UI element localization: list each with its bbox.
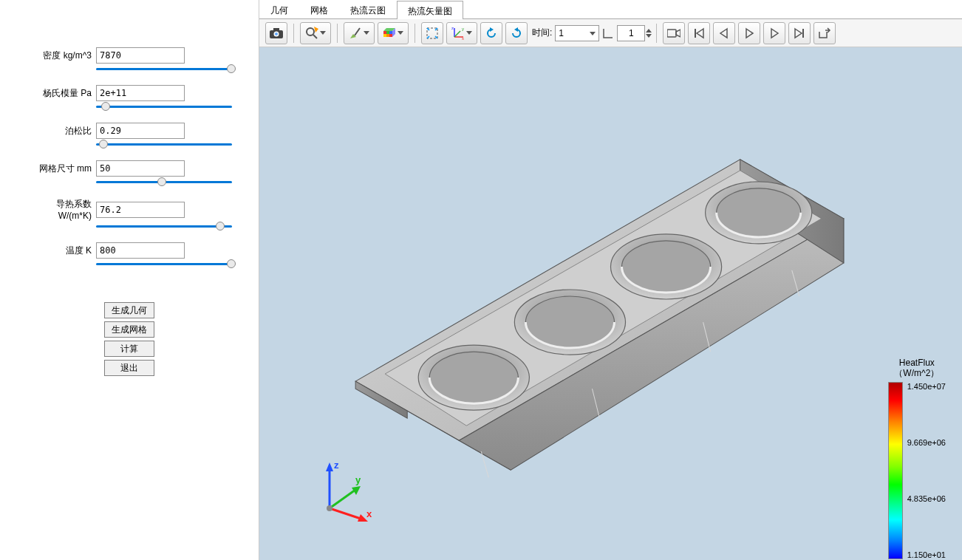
step-forward-icon bbox=[768, 27, 780, 39]
svg-line-56 bbox=[330, 508, 363, 519]
svg-line-19 bbox=[454, 31, 460, 37]
export-button[interactable] bbox=[813, 22, 836, 44]
temperature-input[interactable] bbox=[96, 242, 185, 259]
poisson-input[interactable] bbox=[96, 123, 185, 139]
tab-mesh[interactable]: 网格 bbox=[299, 0, 339, 18]
index-input[interactable] bbox=[617, 25, 645, 41]
rotate-ccw-icon bbox=[510, 27, 523, 40]
fit-button[interactable] bbox=[421, 22, 443, 44]
svg-rect-9 bbox=[386, 31, 389, 34]
density-input[interactable] bbox=[96, 47, 185, 64]
play-icon bbox=[743, 27, 755, 39]
mesh-slider[interactable] bbox=[96, 181, 232, 183]
svg-marker-29 bbox=[720, 29, 727, 38]
param-poisson: 泊松比 bbox=[22, 123, 236, 139]
axis-triad: z x y bbox=[315, 457, 381, 523]
svg-text:y: y bbox=[355, 474, 361, 485]
legend-tick: 1.150e+01 bbox=[907, 550, 946, 559]
rotate-ccw-button[interactable] bbox=[505, 22, 528, 44]
separator bbox=[656, 24, 657, 43]
camera-icon bbox=[270, 28, 283, 38]
separator bbox=[337, 24, 338, 43]
separator bbox=[415, 24, 415, 43]
toolbar: zyx 时间: bbox=[259, 19, 962, 47]
svg-marker-24 bbox=[514, 27, 518, 32]
svg-rect-1 bbox=[273, 28, 279, 31]
magnifier-icon bbox=[305, 27, 318, 40]
step-back-button[interactable] bbox=[713, 22, 735, 44]
video-camera-icon bbox=[667, 28, 680, 38]
stepper-down[interactable] bbox=[646, 34, 652, 38]
legend-colorbar bbox=[888, 382, 903, 559]
legend-tick: 4.835e+06 bbox=[907, 494, 946, 503]
svg-line-5 bbox=[313, 35, 317, 38]
svg-marker-26 bbox=[676, 30, 680, 37]
viewport[interactable]: z x y HeatFlux（W/m^2） 1.450e+07 9. bbox=[259, 47, 962, 560]
param-temperature: 温度 K bbox=[22, 242, 236, 259]
svg-line-59 bbox=[330, 490, 355, 508]
conductivity-slider[interactable] bbox=[96, 225, 232, 228]
svg-point-3 bbox=[275, 33, 278, 35]
chevron-down-icon bbox=[466, 31, 472, 35]
compute-button[interactable]: 计算 bbox=[104, 341, 154, 357]
temperature-label: 温度 K bbox=[22, 245, 96, 257]
youngs-input[interactable] bbox=[96, 85, 185, 101]
svg-marker-23 bbox=[490, 27, 494, 32]
color-legend: HeatFlux（W/m^2） 1.450e+07 9.669e+06 4.83… bbox=[888, 358, 946, 559]
export-icon bbox=[818, 27, 831, 39]
svg-text:y: y bbox=[462, 27, 464, 31]
svg-rect-12 bbox=[386, 34, 389, 37]
rotate-cw-button[interactable] bbox=[480, 22, 502, 44]
mesh-input[interactable] bbox=[96, 160, 185, 177]
poisson-slider[interactable] bbox=[96, 143, 232, 146]
poisson-label: 泊松比 bbox=[22, 125, 96, 137]
density-label: 密度 kg/m^3 bbox=[22, 49, 96, 62]
skip-first-icon bbox=[693, 27, 705, 39]
stepper-up[interactable] bbox=[646, 29, 652, 33]
screenshot-button[interactable] bbox=[265, 22, 287, 44]
separator bbox=[293, 24, 294, 43]
svg-text:z: z bbox=[451, 27, 454, 30]
rotate-cw-icon bbox=[485, 27, 498, 40]
rubik-cube-icon bbox=[383, 27, 396, 40]
cube-button[interactable] bbox=[378, 22, 409, 44]
conductivity-input[interactable] bbox=[96, 202, 185, 218]
zoom-button[interactable] bbox=[300, 22, 331, 44]
chevron-down-icon bbox=[364, 31, 369, 35]
svg-marker-54 bbox=[326, 462, 333, 471]
svg-rect-25 bbox=[667, 30, 676, 37]
density-slider[interactable] bbox=[96, 68, 232, 70]
svg-rect-11 bbox=[383, 34, 386, 37]
chevron-down-icon bbox=[398, 31, 403, 35]
right-panel: 几何 网格 热流云图 热流矢量图 bbox=[259, 0, 962, 560]
tab-geometry[interactable]: 几何 bbox=[259, 0, 299, 18]
svg-line-7 bbox=[355, 28, 360, 35]
axes-button[interactable]: zyx bbox=[446, 22, 477, 44]
gen-mesh-button[interactable]: 生成网格 bbox=[104, 321, 154, 338]
step-forward-button[interactable] bbox=[763, 22, 785, 44]
tab-heatflux-cloud[interactable]: 热流云图 bbox=[339, 0, 397, 18]
svg-text:x: x bbox=[462, 36, 464, 40]
svg-point-4 bbox=[307, 28, 314, 35]
youngs-slider[interactable] bbox=[96, 106, 232, 108]
svg-marker-33 bbox=[795, 29, 802, 38]
exit-button[interactable]: 退出 bbox=[104, 360, 154, 376]
skip-last-button[interactable] bbox=[788, 22, 811, 44]
time-label: 时间: bbox=[532, 27, 552, 39]
brush-button[interactable] bbox=[344, 22, 375, 44]
skip-last-icon bbox=[794, 27, 805, 39]
time-select-wrap bbox=[555, 25, 599, 41]
svg-marker-30 bbox=[746, 29, 753, 38]
record-button[interactable] bbox=[663, 22, 685, 44]
youngs-label: 杨氏模量 Pa bbox=[22, 87, 96, 100]
skip-first-button[interactable] bbox=[688, 22, 710, 44]
sidebar: 密度 kg/m^3 杨氏模量 Pa 泊松比 网格尺寸 mm 导热系数 W/(m*… bbox=[0, 0, 259, 560]
svg-marker-28 bbox=[697, 29, 703, 38]
svg-rect-13 bbox=[389, 34, 392, 37]
tab-heatflux-vector[interactable]: 热流矢量图 bbox=[397, 1, 463, 19]
gen-geom-button[interactable]: 生成几何 bbox=[104, 302, 154, 318]
step-back-icon bbox=[718, 27, 730, 39]
temperature-slider[interactable] bbox=[96, 263, 232, 265]
angle-icon bbox=[601, 26, 615, 41]
play-button[interactable] bbox=[738, 22, 760, 44]
